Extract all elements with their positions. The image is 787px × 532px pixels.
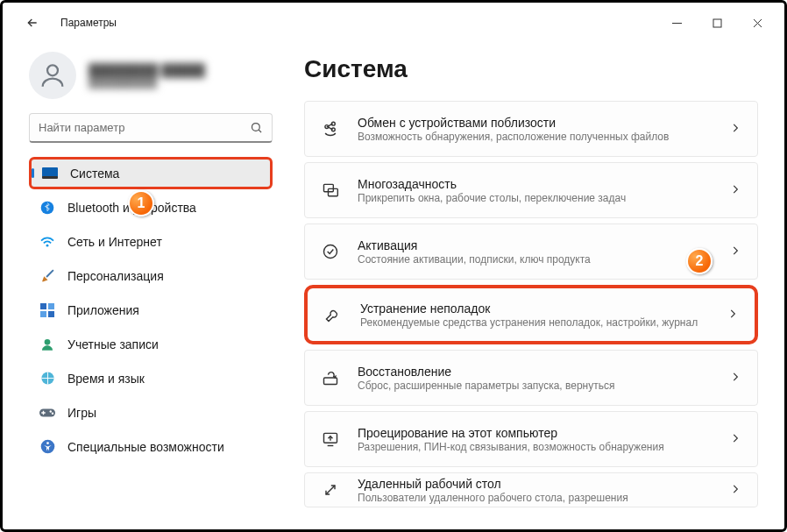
card-title: Обмен с устройствами поблизости	[358, 116, 712, 130]
bluetooth-icon	[39, 200, 55, 216]
annotation-badge-2: 2	[686, 248, 713, 274]
apps-icon	[39, 302, 55, 318]
card-title: Активация	[358, 238, 712, 252]
back-button[interactable]	[20, 11, 45, 35]
profile-name: ████████ █████	[89, 63, 205, 77]
sidebar-item-label: Персонализация	[67, 269, 164, 283]
titlebar: Параметры	[3, 3, 784, 43]
close-button[interactable]	[737, 9, 777, 37]
sidebar-item-accounts[interactable]: Учетные записи	[29, 328, 273, 360]
svg-rect-0	[713, 19, 721, 27]
card-subtitle: Разрешения, ПИН-код связывания, возможно…	[358, 441, 712, 453]
sidebar-item-network[interactable]: Сеть и Интернет	[29, 225, 273, 258]
card-title: Устранение неполадок	[360, 301, 709, 316]
share-icon	[321, 119, 340, 138]
display-icon	[42, 166, 58, 181]
svg-rect-8	[48, 303, 54, 309]
sidebar-item-accessibility[interactable]: Специальные возможности	[29, 430, 273, 463]
globe-clock-icon	[39, 371, 55, 387]
svg-point-17	[46, 442, 49, 444]
sidebar-item-gaming[interactable]: Игры	[29, 396, 273, 429]
card-multitasking[interactable]: Многозадачность Прикрепить окна, рабочие…	[304, 162, 758, 218]
project-icon	[321, 429, 340, 449]
chevron-right-icon	[729, 245, 741, 259]
svg-rect-4	[42, 176, 58, 179]
svg-point-15	[52, 412, 53, 414]
svg-point-20	[331, 128, 335, 131]
gamepad-icon	[39, 405, 55, 421]
maximize-button[interactable]	[697, 9, 737, 37]
profile-email: ██████████	[89, 77, 205, 88]
chevron-right-icon	[729, 432, 741, 447]
profile-text: ████████ █████ ██████████	[89, 63, 205, 88]
sidebar-item-label: Система	[70, 167, 119, 181]
page-title: Система	[304, 55, 758, 83]
recovery-icon	[321, 368, 340, 387]
person-icon	[39, 337, 55, 352]
svg-point-18	[331, 122, 335, 125]
svg-rect-7	[40, 303, 46, 309]
brush-icon	[39, 268, 55, 284]
sidebar-item-apps[interactable]: Приложения	[29, 294, 273, 326]
sidebar-item-label: Время и язык	[67, 372, 145, 386]
minimize-button[interactable]	[656, 9, 697, 37]
search-placeholder: Найти параметр	[39, 121, 243, 134]
accessibility-icon	[39, 439, 55, 455]
wrench-icon	[323, 305, 343, 324]
card-subtitle: Сброс, расширенные параметры запуска, ве…	[358, 379, 712, 392]
sidebar-item-label: Приложения	[67, 303, 139, 317]
card-title: Восстановление	[358, 365, 712, 379]
maximize-icon	[713, 18, 722, 28]
sidebar-item-system[interactable]: Система	[29, 157, 273, 189]
profile-block[interactable]: ████████ █████ ██████████	[29, 43, 271, 108]
card-subtitle: Возможность обнаружения, расположение по…	[358, 131, 712, 143]
multitask-icon	[321, 181, 340, 200]
sidebar-item-personalization[interactable]: Персонализация	[29, 259, 273, 292]
close-icon	[753, 18, 762, 28]
search-input[interactable]: Найти параметр	[29, 113, 273, 143]
window-controls	[656, 9, 777, 37]
annotation-badge-1: 1	[128, 190, 154, 216]
svg-point-14	[50, 410, 52, 412]
arrow-left-icon	[25, 16, 39, 30]
svg-point-11	[45, 339, 51, 345]
svg-point-2	[252, 124, 260, 131]
chevron-right-icon	[729, 122, 741, 137]
svg-point-1	[47, 65, 58, 75]
svg-rect-24	[324, 378, 337, 385]
card-nearby-sharing[interactable]: Обмен с устройствами поблизости Возможно…	[304, 101, 758, 157]
remote-icon	[321, 480, 340, 500]
card-subtitle: Прикрепить окна, рабочие столы, переключ…	[358, 192, 712, 204]
card-title: Проецирование на этот компьютер	[358, 426, 712, 440]
svg-point-6	[46, 244, 49, 246]
wifi-icon	[39, 234, 55, 250]
card-troubleshoot[interactable]: Устранение неполадок Рекомендуемые средс…	[304, 285, 758, 344]
avatar	[29, 52, 76, 99]
sidebar-item-label: Игры	[67, 406, 96, 420]
card-remote-desktop[interactable]: Удаленный рабочий стол Пользователи удал…	[304, 472, 758, 507]
main-content: Система Обмен с устройствами поблизости …	[276, 43, 784, 529]
search-icon	[250, 121, 263, 134]
card-recovery[interactable]: Восстановление Сброс, расширенные параме…	[304, 350, 758, 406]
minimize-icon	[672, 18, 682, 28]
svg-point-23	[324, 245, 337, 259]
chevron-right-icon	[729, 183, 741, 198]
sidebar: ████████ █████ ██████████ Найти параметр…	[3, 43, 276, 529]
settings-list: Обмен с устройствами поблизости Возможно…	[304, 101, 758, 507]
sidebar-item-time-language[interactable]: Время и язык	[29, 362, 273, 394]
card-title: Удаленный рабочий стол	[358, 477, 712, 491]
svg-rect-10	[48, 311, 54, 317]
card-title: Многозадачность	[358, 177, 712, 191]
card-projecting[interactable]: Проецирование на этот компьютер Разрешен…	[304, 411, 758, 467]
chevron-right-icon	[729, 371, 741, 386]
sidebar-item-label: Сеть и Интернет	[67, 235, 162, 249]
chevron-right-icon	[729, 483, 741, 498]
sidebar-item-label: Учетные записи	[67, 337, 159, 351]
chevron-right-icon	[727, 308, 739, 323]
window-title: Параметры	[60, 17, 117, 29]
check-circle-icon	[321, 242, 340, 261]
card-subtitle: Состояние активации, подписки, ключ прод…	[358, 253, 712, 266]
card-subtitle: Рекомендуемые средства устранения непола…	[360, 316, 709, 329]
sidebar-item-label: Специальные возможности	[67, 440, 224, 454]
card-subtitle: Пользователи удаленного рабочего стола, …	[358, 492, 712, 504]
